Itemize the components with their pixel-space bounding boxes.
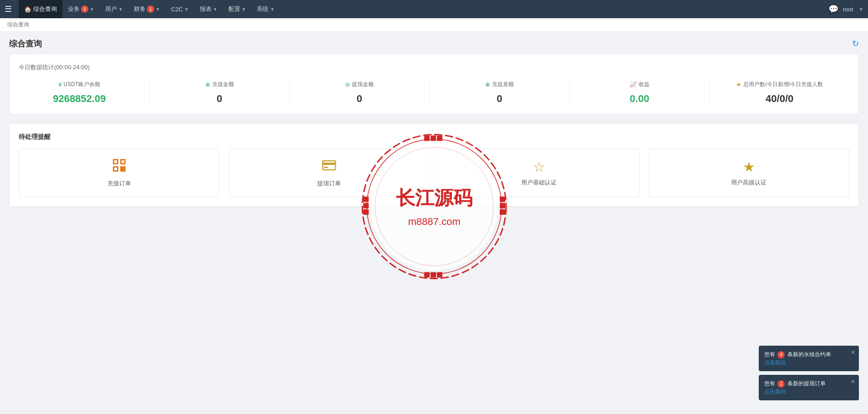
stat-users-label: ★ 总用户数/今日新增/今日充值人数 [719, 81, 840, 88]
pending-card-basic-auth[interactable]: ☆ 用户基础认证 [439, 148, 640, 197]
svg-rect-5 [122, 160, 124, 163]
nav-c2c-chevron: ▼ [184, 7, 189, 12]
nav-system-label: 系统 [257, 5, 269, 13]
withdraw-order-icon [322, 158, 336, 176]
stat-diff-amount: ⊕ 充提差额 0 [430, 81, 570, 105]
nav-item-c2c[interactable]: C2C ▼ [166, 0, 194, 18]
nav-finance-badge: 1 [147, 5, 154, 13]
svg-rect-12 [323, 163, 335, 165]
stat-usdt-balance: ¥ USDT账户余额 9268852.09 [19, 81, 150, 105]
nav-item-finance[interactable]: 财务 1 ▼ [128, 0, 166, 18]
nav-business-label: 业务 [68, 5, 80, 13]
star-icon: ★ [736, 81, 741, 88]
circle-minus-icon: ⊖ [345, 81, 350, 88]
stat-usdt-value: 9268852.09 [19, 93, 140, 105]
nav-items: 🏠 综合查询 业务 4 ▼ 用户 ▼ 财务 1 ▼ C2C ▼ 报表 ▼ 配置 … [19, 0, 828, 18]
stat-users-value: 40/0/0 [719, 93, 840, 105]
yen-icon: ¥ [58, 81, 61, 88]
nav-item-user[interactable]: 用户 ▼ [100, 0, 128, 18]
nav-config-label: 配置 [228, 5, 240, 13]
stats-row: ¥ USDT账户余额 9268852.09 ⊕ 充值金额 0 ⊖ 提现金额 0 [19, 81, 849, 105]
stat-diff-label: ⊕ 充提差额 [439, 81, 560, 88]
stat-profit-value: 0.00 [579, 93, 700, 105]
circle-plus-icon: ⊕ [205, 81, 210, 88]
nav-report-chevron: ▼ [213, 7, 218, 12]
nav-home-label: 综合查询 [33, 5, 57, 13]
page-header: 综合查询 ↻ [0, 32, 868, 54]
nav-c2c-label: C2C [171, 6, 183, 13]
pending-cards: 充值订单 提现订单 ☆ 用户基础认证 ★ 用户高级认证 [19, 148, 849, 197]
circle-diff-icon: ⊕ [485, 81, 490, 88]
breadcrumb: 综合查询 [0, 18, 868, 32]
hamburger-menu[interactable]: ☰ [5, 4, 12, 14]
nav-item-config[interactable]: 配置 ▼ [223, 0, 252, 18]
advanced-auth-label: 用户高级认证 [731, 179, 766, 187]
stat-recharge-label: ⊕ 充值金额 [159, 81, 280, 88]
pending-section: 待处理提醒 [9, 123, 859, 207]
withdraw-order-label: 提现订单 [317, 179, 341, 188]
svg-rect-9 [122, 169, 122, 170]
pending-card-withdraw[interactable]: 提现订单 [228, 148, 429, 197]
nav-report-label: 报表 [200, 5, 212, 13]
chart-icon: 📈 [629, 81, 637, 88]
svg-rect-3 [120, 166, 126, 172]
nav-finance-label: 财务 [134, 5, 146, 13]
chat-icon[interactable]: 💬 [828, 4, 838, 14]
nav-config-chevron: ▼ [242, 7, 246, 12]
pending-card-advanced-auth[interactable]: ★ 用户高级认证 [649, 148, 849, 197]
nav-item-report[interactable]: 报表 ▼ [194, 0, 223, 18]
nav-user-label: 用户 [105, 5, 117, 13]
svg-rect-11 [323, 161, 335, 170]
recharge-order-label: 充值订单 [107, 179, 131, 188]
stat-usdt-label: ¥ USDT账户余额 [19, 81, 140, 88]
stat-recharge-value: 0 [159, 93, 280, 105]
stat-profit-label: 📈 收益 [579, 81, 700, 88]
nav-business-badge: 4 [81, 5, 88, 13]
top-navigation: ☰ 🏠 综合查询 业务 4 ▼ 用户 ▼ 财务 1 ▼ C2C ▼ 报表 ▼ 配… [0, 0, 868, 18]
main-content: 今日数据统计(00:00-24:00) ¥ USDT账户余额 9268852.0… [0, 54, 868, 216]
basic-auth-icon: ☆ [533, 159, 545, 175]
nav-item-business[interactable]: 业务 4 ▼ [62, 0, 100, 18]
svg-rect-7 [122, 168, 122, 169]
breadcrumb-text: 综合查询 [7, 21, 29, 28]
nav-item-home[interactable]: 🏠 综合查询 [19, 0, 62, 18]
nav-username[interactable]: root [843, 6, 853, 13]
stat-recharge-amount: ⊕ 充值金额 0 [150, 81, 290, 105]
svg-rect-6 [114, 168, 117, 170]
nav-system-chevron: ▼ [270, 7, 274, 12]
nav-user-dropdown-chevron: ▼ [859, 7, 863, 12]
recharge-order-icon [112, 158, 127, 176]
stat-withdraw-amount: ⊖ 提现金额 0 [289, 81, 430, 105]
advanced-auth-icon: ★ [743, 159, 755, 175]
basic-auth-label: 用户基础认证 [521, 179, 557, 187]
page-title: 综合查询 [9, 38, 42, 49]
nav-business-chevron: ▼ [90, 7, 94, 12]
nav-item-system[interactable]: 系统 ▼ [251, 0, 280, 18]
stat-withdraw-label: ⊖ 提现金额 [299, 81, 420, 88]
stat-diff-value: 0 [439, 93, 560, 105]
svg-rect-4 [114, 160, 117, 163]
stat-withdraw-value: 0 [299, 93, 420, 105]
pending-card-recharge[interactable]: 充值订单 [19, 148, 219, 197]
refresh-button[interactable]: ↻ [852, 39, 859, 49]
home-icon: 🏠 [24, 6, 31, 13]
pending-title: 待处理提醒 [19, 133, 849, 141]
stats-title: 今日数据统计(00:00-24:00) [19, 63, 849, 72]
svg-rect-13 [324, 167, 328, 168]
stat-users: ★ 总用户数/今日新增/今日充值人数 40/0/0 [710, 81, 849, 105]
svg-rect-10 [123, 169, 124, 170]
nav-user-chevron: ▼ [118, 7, 123, 12]
svg-rect-8 [123, 168, 124, 169]
stat-profit: 📈 收益 0.00 [570, 81, 710, 105]
nav-right: 💬 root ▼ [828, 4, 863, 14]
stats-section: 今日数据统计(00:00-24:00) ¥ USDT账户余额 9268852.0… [9, 54, 859, 114]
nav-finance-chevron: ▼ [156, 7, 160, 12]
